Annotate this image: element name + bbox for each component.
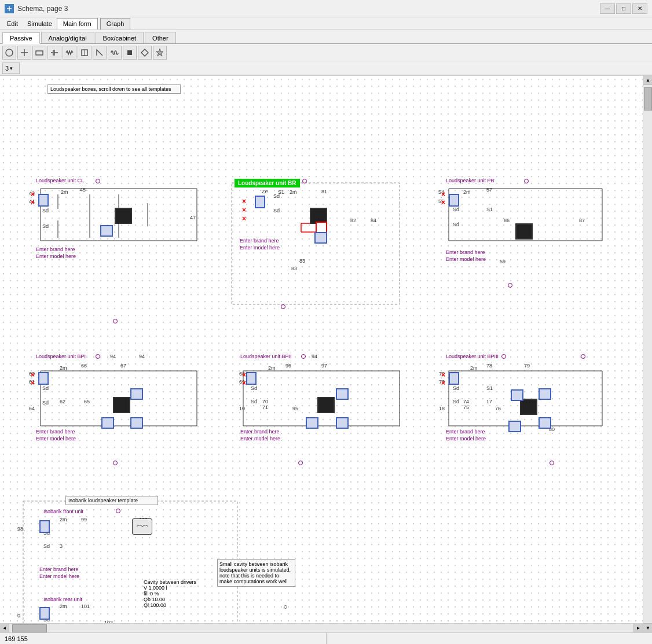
- sd-bpii2: Sd: [251, 399, 257, 404]
- tool-angle[interactable]: [93, 46, 107, 60]
- isobarik-template-label: Isobarik loudspeaker template: [65, 496, 158, 505]
- scroll-thumb-v[interactable]: [644, 87, 652, 111]
- tab-analog[interactable]: Analog/digital: [41, 32, 94, 43]
- tool-stop[interactable]: [123, 46, 137, 60]
- hint-box: Loudspeaker boxes, scroll down to see al…: [47, 84, 181, 94]
- redx-cl-2: ×: [31, 198, 35, 207]
- redx-br-2: ×: [242, 206, 246, 214]
- node-76: 76: [495, 406, 501, 411]
- scroll-up-arrow[interactable]: ▲: [643, 76, 652, 85]
- svg-rect-13: [127, 50, 132, 55]
- node-64: 64: [29, 406, 35, 411]
- node-74: 74: [463, 399, 469, 404]
- model-br: Enter model here: [240, 245, 280, 251]
- node-66: 66: [81, 363, 87, 369]
- comp-box3-bpii: [336, 417, 349, 429]
- node-99: 99: [81, 517, 87, 522]
- maximize-button[interactable]: □: [616, 3, 631, 14]
- sd-cl: Sd: [42, 208, 49, 214]
- pcirc-bpiii-top2: [581, 354, 585, 359]
- title-bar: Schema, page 3 — □ ✕: [0, 0, 652, 17]
- scroll-down-arrow[interactable]: ▼: [643, 623, 652, 632]
- redx-cl-1: ×: [31, 190, 35, 198]
- tool-star[interactable]: [153, 46, 167, 60]
- scrollbar-horizontal[interactable]: ◄ ►: [0, 623, 643, 632]
- pcirc-cl-1: [96, 179, 100, 183]
- pcirc-bpiii-top: [501, 354, 506, 359]
- pcirc-iso-front-top: [116, 509, 120, 513]
- status-coords: 169 155: [5, 635, 28, 642]
- zm-bpi: 2m: [60, 365, 67, 371]
- zm-iso-rear: 2m: [60, 603, 67, 609]
- pcirc-bpii-top: [301, 354, 306, 359]
- model-iso-front: Enter model here: [39, 573, 79, 579]
- scroll-left-arrow[interactable]: ◄: [0, 624, 9, 633]
- tool-circle[interactable]: [2, 46, 16, 60]
- sd-bpiii2: Sd: [453, 399, 459, 404]
- wire-overlay: [0, 76, 643, 623]
- redx-pr-1: ×: [441, 190, 445, 198]
- comp-red-br: [316, 222, 327, 233]
- tab-main-form[interactable]: Main form: [57, 18, 98, 30]
- pcirc-bpii-bottom: [298, 461, 303, 465]
- redx-bpii-2: ×: [242, 379, 246, 387]
- redx-bpi-1: ×: [31, 371, 35, 379]
- node-83b: 83: [291, 266, 297, 271]
- comp-ze-br: [255, 196, 265, 208]
- note-corner-circle: [284, 605, 287, 609]
- schema-canvas-viewport: Loudspeaker boxes, scroll down to see al…: [0, 76, 643, 623]
- scroll-right-arrow[interactable]: ►: [633, 624, 643, 633]
- tool-resistor[interactable]: [63, 46, 76, 60]
- iso-rear-title: Isobarik rear unit: [43, 597, 82, 602]
- scroll-thumb-h[interactable]: [12, 624, 47, 632]
- sd-pr: Sd: [453, 207, 459, 212]
- comp-box3-bpi: [130, 417, 143, 429]
- node-45: 45: [80, 187, 86, 193]
- brand-bpi: Enter brand here: [36, 429, 75, 435]
- comp-box2-bpi: [130, 388, 143, 400]
- comp-box2-bpii: [336, 388, 349, 400]
- s1-pr: S1: [486, 207, 493, 212]
- tab-other[interactable]: Other: [145, 32, 176, 43]
- tab-box-cabinet[interactable]: Box/cabinet: [96, 32, 144, 43]
- s1-bpiii: S1: [486, 385, 493, 391]
- comp-ze-bpi: [38, 372, 49, 385]
- comp-driver-bpiii: [520, 399, 537, 415]
- node-87: 87: [579, 218, 585, 223]
- zm-bpii: 2m: [268, 365, 276, 371]
- tool-rect[interactable]: [32, 46, 46, 60]
- sd-cl2: Sd: [42, 223, 49, 229]
- page-dropdown-arrow[interactable]: ▾: [10, 65, 13, 71]
- sd-pr2: Sd: [453, 222, 459, 227]
- tool-diamond[interactable]: [138, 46, 152, 60]
- minimize-button[interactable]: —: [600, 3, 615, 14]
- cavity-label: Cavity between drivers V 1.0000 l fill 0…: [144, 579, 196, 608]
- menu-simulate[interactable]: Simulate: [23, 18, 57, 30]
- unit-bpiii-title: Loudspeaker unit BPIII: [446, 354, 499, 359]
- comp-box-bpii: [306, 417, 318, 429]
- model-cl: Enter model here: [36, 253, 76, 259]
- unit-bpii-title: Loudspeaker unit BPII: [240, 354, 292, 359]
- unit-bpi-title: Loudspeaker unit BPI: [36, 354, 86, 359]
- schema-canvas: Loudspeaker boxes, scroll down to see al…: [0, 76, 643, 623]
- node-47: 47: [190, 215, 196, 220]
- node-18-bpiii: 18: [439, 406, 445, 411]
- zm-br: 2m: [290, 189, 297, 195]
- scrollbar-vertical[interactable]: ▲ ▼: [643, 76, 652, 632]
- model-bpiii: Enter model here: [446, 436, 486, 441]
- tab-graph[interactable]: Graph: [100, 18, 131, 30]
- node-17-bpiii: 17: [486, 399, 492, 404]
- tab-passive[interactable]: Passive: [2, 32, 40, 44]
- small-cavity-note: Small cavity between isobarik loudspeake…: [217, 559, 295, 587]
- node-65: 65: [84, 399, 90, 404]
- close-button[interactable]: ✕: [632, 3, 647, 14]
- tool-plus[interactable]: [17, 46, 31, 60]
- s1-br: S1: [278, 189, 284, 195]
- node-94-bpi: 94: [110, 354, 116, 359]
- tool-capacitor[interactable]: [47, 46, 61, 60]
- tool-box[interactable]: [78, 46, 91, 60]
- tool-transformer[interactable]: [108, 46, 122, 60]
- node-94-bpii: 94: [139, 354, 145, 359]
- menu-edit[interactable]: Edit: [2, 18, 23, 30]
- pcirc-pr-top: [524, 179, 529, 183]
